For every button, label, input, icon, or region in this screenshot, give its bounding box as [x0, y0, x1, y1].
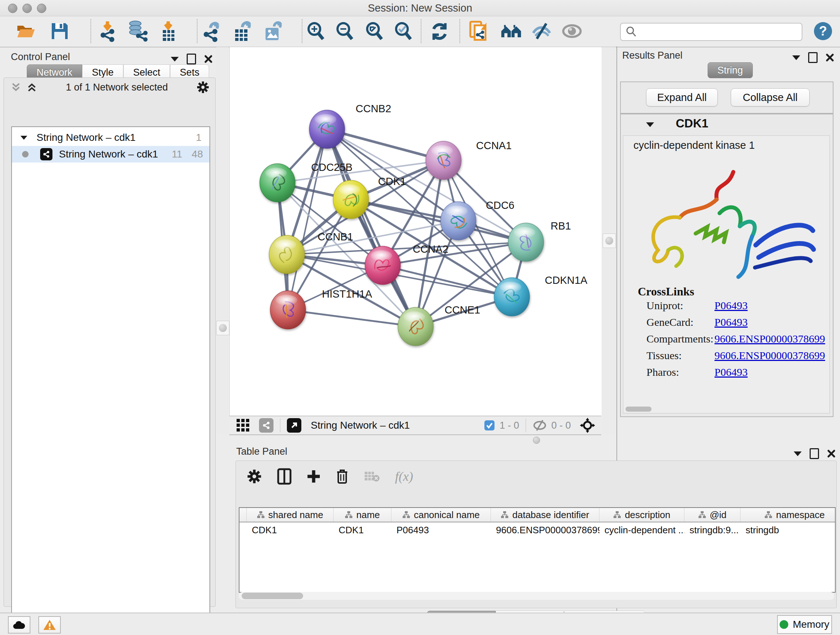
network-node-CDC25B[interactable] [260, 164, 295, 202]
zoom-fit-button[interactable] [363, 20, 386, 42]
network-node-CCNB1[interactable] [269, 235, 305, 274]
memory-button[interactable]: Memory [777, 615, 832, 634]
search-input[interactable] [640, 26, 802, 38]
import-network-from-database-button[interactable] [126, 20, 148, 42]
gene-expander-icon[interactable] [646, 122, 654, 127]
left-splitter-handle[interactable] [216, 321, 229, 335]
panel-float-icon[interactable] [187, 54, 196, 65]
column-header-description[interactable]: description [600, 508, 684, 522]
panel-menu-icon[interactable] [792, 55, 800, 60]
detach-view-button[interactable] [287, 418, 302, 432]
column-header-name[interactable]: name [333, 508, 392, 522]
export-table-button[interactable] [232, 20, 254, 42]
add-column-icon[interactable] [307, 470, 321, 483]
panel-close-icon[interactable] [827, 449, 836, 458]
network-node-HIST1H1A[interactable] [270, 291, 306, 329]
zoom-in-button[interactable] [305, 20, 327, 42]
column-header-namespace[interactable]: namespace [741, 508, 836, 522]
network-node-CDKN1A[interactable] [494, 278, 530, 316]
crosslink-link[interactable]: P06493 [714, 316, 748, 328]
crosslink-link[interactable]: P06493 [714, 366, 748, 378]
selected-checkbox-icon[interactable] [484, 420, 495, 431]
hide-annotations-button[interactable] [531, 20, 553, 42]
birdseye-grid-icon[interactable] [236, 418, 250, 432]
network-graph[interactable]: CCNB2CCNA1CDC25BCDK1CDC6RB1CCNB1CCNA2CDK… [230, 47, 602, 416]
crosslink-link[interactable]: P06493 [714, 299, 748, 312]
table-cell[interactable]: CDK1 [247, 523, 333, 538]
expand-all-icon[interactable] [27, 82, 37, 92]
panel-menu-icon[interactable] [794, 451, 802, 456]
import-table-button[interactable] [157, 20, 180, 42]
open-session-button[interactable] [14, 20, 37, 42]
network-node-RB1[interactable] [508, 223, 544, 261]
collapse-all-icon[interactable] [11, 82, 21, 92]
panel-float-icon[interactable] [810, 448, 819, 459]
export-image-button[interactable] [262, 20, 284, 42]
left-splitter[interactable] [216, 47, 229, 434]
column-header-database-identifier[interactable]: database identifier [491, 508, 600, 522]
column-header-@id[interactable]: @id [684, 508, 741, 522]
table-cell[interactable]: 9606.ENSP00000378699 [491, 523, 600, 538]
expand-all-button[interactable]: Expand All [646, 88, 718, 106]
network-node-CCNE1[interactable] [398, 307, 433, 346]
zoom-out-button[interactable] [333, 20, 356, 42]
network-node-label-RB1: RB1 [551, 220, 571, 232]
right-splitter-handle[interactable] [603, 233, 616, 248]
collapse-all-button[interactable]: Collapse All [731, 88, 810, 106]
results-hscroll-thumb[interactable] [625, 407, 652, 412]
network-node-CCNB2[interactable] [309, 110, 345, 149]
warnings-button[interactable] [38, 616, 61, 633]
network-node-CDC6[interactable] [441, 202, 476, 240]
gear-icon[interactable] [196, 81, 210, 94]
network-collection-row[interactable]: String Network – cdk1 1 [12, 129, 210, 146]
panel-close-icon[interactable] [826, 53, 834, 62]
delete-column-icon[interactable] [336, 469, 349, 485]
network-node-CDK1[interactable] [333, 180, 369, 219]
table-cell[interactable]: stringdb [741, 523, 836, 538]
export-network-button[interactable] [201, 20, 224, 42]
column-type-icon [402, 511, 410, 519]
right-splitter[interactable] [602, 47, 616, 434]
crosslink-link[interactable]: 9606.ENSP00000378699 [714, 349, 825, 362]
table-cell[interactable]: CDK1 [333, 523, 392, 538]
save-session-button[interactable] [49, 20, 71, 42]
help-button[interactable]: ? [812, 20, 834, 42]
hidden-eye-icon[interactable] [532, 419, 547, 432]
network-node-CCNA1[interactable] [426, 141, 461, 180]
network-node-CCNA2[interactable] [365, 246, 401, 285]
table-cell[interactable]: stringdb:9... [684, 523, 741, 538]
panel-float-icon[interactable] [808, 52, 818, 63]
network-overview-toggle[interactable] [259, 418, 273, 432]
show-all-networks-button[interactable] [500, 20, 523, 42]
node-table[interactable]: shared namenamecanonical namedatabase id… [239, 507, 836, 593]
column-header-canonical-name[interactable]: canonical name [392, 508, 491, 522]
select-columns-icon[interactable] [277, 468, 292, 485]
clone-network-button[interactable] [467, 20, 490, 42]
show-hidden-button[interactable] [561, 20, 583, 42]
table-row[interactable]: CDK1CDK1P064939606.ENSP00000378699cyclin… [240, 523, 835, 538]
network-tab-content: 1 of 1 Network selected String Network –… [4, 78, 216, 607]
toolbar-search-field[interactable] [620, 23, 802, 41]
panel-menu-icon[interactable] [171, 57, 179, 62]
network-tree: String Network – cdk1 1 String Network –… [11, 126, 210, 632]
network-edge-HIST1H1A-CCNE1[interactable] [288, 310, 416, 326]
table-cell[interactable]: P06493 [392, 523, 491, 538]
crosslink-link[interactable]: 9606.ENSP00000378699 [714, 333, 825, 345]
tab-string-results[interactable]: String [707, 62, 753, 78]
import-network-button[interactable] [96, 20, 118, 42]
network-canvas[interactable]: CCNB2CCNA1CDC25BCDK1CDC6RB1CCNB1CCNA2CDK… [229, 47, 602, 416]
table-cell[interactable]: cyclin-dependent ... [600, 523, 684, 538]
horizontal-splitter-handle[interactable] [533, 437, 540, 444]
cloud-status-button[interactable] [8, 616, 30, 633]
tree-expander-icon[interactable] [21, 135, 27, 139]
zoom-selected-button[interactable] [392, 20, 415, 42]
apply-layout-button[interactable] [428, 20, 451, 42]
table-gear-icon[interactable] [247, 469, 262, 484]
fit-content-crosshair-icon[interactable] [579, 417, 595, 433]
panel-close-icon[interactable] [204, 55, 213, 63]
network-edge-CCNB2-HIST1H1A[interactable] [288, 129, 327, 310]
network-row[interactable]: String Network – cdk1 11 48 [12, 146, 210, 163]
main-toolbar: ? [0, 16, 840, 48]
table-hscrollbar[interactable] [239, 592, 834, 600]
column-header-shared-name[interactable]: shared name [247, 508, 333, 522]
